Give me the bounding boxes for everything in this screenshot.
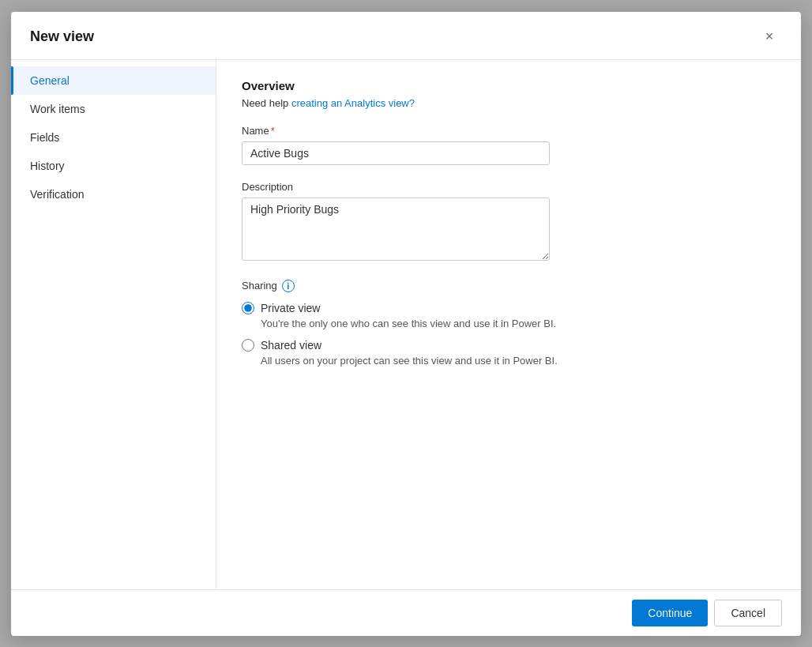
sidebar-item-label-general: General (30, 74, 70, 87)
help-prefix: Need help (242, 97, 291, 109)
sidebar-item-label-work-items: Work items (30, 103, 85, 115)
private-view-radio[interactable] (242, 302, 254, 314)
shared-view-description: All users on your project can see this v… (242, 355, 776, 367)
shared-view-radio[interactable] (242, 339, 254, 352)
dialog-footer: Continue Cancel (11, 589, 801, 636)
sidebar-item-fields[interactable]: Fields (11, 123, 216, 152)
sidebar-item-label-verification: Verification (30, 188, 84, 201)
help-text: Need help creating an Analytics view? (242, 97, 776, 109)
continue-button[interactable]: Continue (632, 600, 708, 626)
sharing-section: Sharing i Private view You're the only o… (242, 280, 776, 367)
sidebar-item-label-fields: Fields (30, 131, 59, 144)
sharing-title: Sharing i (242, 280, 776, 292)
description-field-group: Description High Priority Bugs (242, 181, 776, 264)
info-icon[interactable]: i (282, 280, 295, 292)
name-required: * (271, 125, 275, 137)
help-link[interactable]: creating an Analytics view? (291, 97, 415, 109)
sidebar: General Work items Fields History Verifi… (11, 60, 216, 589)
sidebar-item-work-items[interactable]: Work items (11, 95, 216, 123)
sidebar-item-general[interactable]: General (11, 66, 216, 95)
shared-view-text: Shared view (261, 339, 321, 352)
sidebar-item-verification[interactable]: Verification (11, 180, 216, 209)
section-title: Overview (242, 79, 776, 92)
name-input[interactable] (242, 141, 550, 165)
private-view-description: You're the only one who can see this vie… (242, 318, 776, 329)
shared-view-label[interactable]: Shared view (242, 339, 776, 352)
name-field-group: Name* (242, 125, 776, 165)
dialog-overlay: New view × General Work items Fields His… (0, 0, 812, 647)
close-button[interactable]: × (757, 24, 782, 50)
main-content: Overview Need help creating an Analytics… (216, 60, 801, 589)
description-label: Description (242, 181, 776, 193)
cancel-button[interactable]: Cancel (714, 600, 782, 626)
sidebar-item-history[interactable]: History (11, 152, 216, 180)
name-label: Name* (242, 125, 776, 137)
private-view-text: Private view (261, 302, 320, 314)
private-view-label[interactable]: Private view (242, 302, 776, 314)
dialog-title: New view (30, 28, 94, 45)
private-view-option: Private view You're the only one who can… (242, 302, 776, 329)
new-view-dialog: New view × General Work items Fields His… (11, 12, 801, 636)
sidebar-item-label-history: History (30, 160, 65, 172)
dialog-header: New view × (11, 12, 801, 60)
description-input[interactable]: High Priority Bugs (242, 197, 550, 261)
dialog-body: General Work items Fields History Verifi… (11, 60, 801, 589)
shared-view-option: Shared view All users on your project ca… (242, 339, 776, 367)
